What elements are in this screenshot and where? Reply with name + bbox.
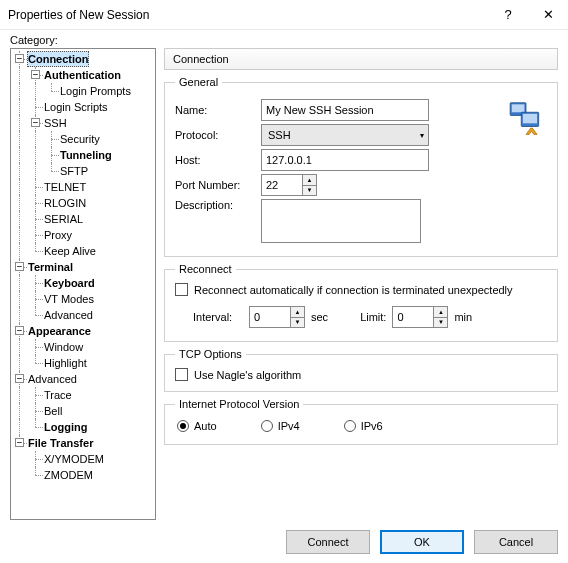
tree-item-label: Login Prompts <box>59 83 131 99</box>
tree-item-window[interactable]: Window <box>11 339 155 355</box>
tree-item-bell[interactable]: Bell <box>11 403 155 419</box>
tree-item-logging[interactable]: Logging <box>11 419 155 435</box>
interval-input[interactable] <box>250 307 290 327</box>
limit-input[interactable] <box>393 307 433 327</box>
category-tree[interactable]: −Connection−AuthenticationLogin PromptsL… <box>10 48 156 520</box>
name-input[interactable] <box>261 99 429 121</box>
tcp-group: TCP Options Use Nagle's algorithm <box>164 348 558 392</box>
tree-item-authentication[interactable]: −Authentication <box>11 67 155 83</box>
ipv6-radio[interactable]: IPv6 <box>344 420 383 432</box>
interval-unit: sec <box>311 311 328 323</box>
spin-down-icon[interactable]: ▼ <box>291 318 304 328</box>
reconnect-checkbox[interactable]: Reconnect automatically if connection is… <box>175 283 547 296</box>
protocol-combo[interactable]: SSH ▾ <box>261 124 429 146</box>
desc-textarea[interactable] <box>261 199 421 243</box>
tree-item-connection[interactable]: −Connection <box>11 51 155 67</box>
port-input[interactable] <box>262 175 302 195</box>
svg-rect-3 <box>523 114 537 124</box>
tree-item-advanced[interactable]: Advanced <box>11 307 155 323</box>
tree-item-label: Connection <box>27 51 89 67</box>
spin-up-icon[interactable]: ▲ <box>434 307 447 318</box>
collapse-icon[interactable]: − <box>31 118 40 127</box>
close-button[interactable]: ✕ <box>528 0 568 30</box>
limit-label: Limit: <box>360 311 386 323</box>
ipv-auto-label: Auto <box>194 420 217 432</box>
collapse-icon[interactable]: − <box>15 374 24 383</box>
reconnect-group: Reconnect Reconnect automatically if con… <box>164 263 558 342</box>
tree-item-label: Advanced <box>27 371 77 387</box>
nagle-checkbox[interactable]: Use Nagle's algorithm <box>175 368 547 381</box>
host-input[interactable] <box>261 149 429 171</box>
window-title: Properties of New Session <box>8 8 488 22</box>
ipv-auto-radio[interactable]: Auto <box>177 420 217 432</box>
tree-item-highlight[interactable]: Highlight <box>11 355 155 371</box>
spin-down-icon[interactable]: ▼ <box>303 186 316 196</box>
collapse-icon[interactable]: − <box>15 326 24 335</box>
tree-item-label: TELNET <box>43 179 86 195</box>
tree-item-ssh[interactable]: −SSH <box>11 115 155 131</box>
tree-item-zmodem[interactable]: ZMODEM <box>11 467 155 483</box>
tree-item-proxy[interactable]: Proxy <box>11 227 155 243</box>
limit-spinner[interactable]: ▲▼ <box>392 306 448 328</box>
cancel-button[interactable]: Cancel <box>474 530 558 554</box>
dialog-button-row: Connect OK Cancel <box>0 520 568 563</box>
tree-item-label: Keyboard <box>43 275 95 291</box>
category-label: Category: <box>0 30 568 48</box>
tree-item-advanced[interactable]: −Advanced <box>11 371 155 387</box>
tree-item-vt-modes[interactable]: VT Modes <box>11 291 155 307</box>
tree-item-label: Terminal <box>27 259 73 275</box>
help-button[interactable]: ? <box>488 0 528 30</box>
tree-item-keep-alive[interactable]: Keep Alive <box>11 243 155 259</box>
connect-button[interactable]: Connect <box>286 530 370 554</box>
spin-down-icon[interactable]: ▼ <box>434 318 447 328</box>
interval-spinner[interactable]: ▲▼ <box>249 306 305 328</box>
tree-item-label: Logging <box>43 419 87 435</box>
nagle-label: Use Nagle's algorithm <box>194 369 301 381</box>
ok-button[interactable]: OK <box>380 530 464 554</box>
collapse-icon[interactable]: − <box>15 438 24 447</box>
collapse-icon[interactable]: − <box>15 262 24 271</box>
ipv6-label: IPv6 <box>361 420 383 432</box>
reconnect-check-label: Reconnect automatically if connection is… <box>194 284 513 296</box>
tree-item-login-prompts[interactable]: Login Prompts <box>11 83 155 99</box>
name-label: Name: <box>175 104 261 116</box>
tree-item-telnet[interactable]: TELNET <box>11 179 155 195</box>
tree-item-login-scripts[interactable]: Login Scripts <box>11 99 155 115</box>
panel-title: Connection <box>173 53 229 65</box>
ipv4-radio[interactable]: IPv4 <box>261 420 300 432</box>
tree-item-rlogin[interactable]: RLOGIN <box>11 195 155 211</box>
tree-item-label: Tunneling <box>59 147 112 163</box>
tree-item-label: Authentication <box>43 67 121 83</box>
tree-item-label: Keep Alive <box>43 243 96 259</box>
chevron-down-icon: ▾ <box>420 131 424 140</box>
port-label: Port Number: <box>175 179 261 191</box>
collapse-icon[interactable]: − <box>15 54 24 63</box>
protocol-label: Protocol: <box>175 129 261 141</box>
ipv-legend: Internet Protocol Version <box>175 398 303 410</box>
tree-item-label: Security <box>59 131 100 147</box>
tree-item-label: SERIAL <box>43 211 83 227</box>
host-label: Host: <box>175 154 261 166</box>
svg-rect-1 <box>512 104 525 112</box>
tree-item-security[interactable]: Security <box>11 131 155 147</box>
tree-item-terminal[interactable]: −Terminal <box>11 259 155 275</box>
tree-item-label: Advanced <box>43 307 93 323</box>
port-spinner[interactable]: ▲▼ <box>261 174 317 196</box>
tree-item-x-ymodem[interactable]: X/YMODEM <box>11 451 155 467</box>
spin-up-icon[interactable]: ▲ <box>291 307 304 318</box>
spin-up-icon[interactable]: ▲ <box>303 175 316 186</box>
tree-item-tunneling[interactable]: Tunneling <box>11 147 155 163</box>
protocol-value: SSH <box>268 129 291 141</box>
tree-item-sftp[interactable]: SFTP <box>11 163 155 179</box>
tree-item-file-transfer[interactable]: −File Transfer <box>11 435 155 451</box>
tree-item-serial[interactable]: SERIAL <box>11 211 155 227</box>
tree-item-label: File Transfer <box>27 435 93 451</box>
limit-unit: min <box>454 311 472 323</box>
tree-item-keyboard[interactable]: Keyboard <box>11 275 155 291</box>
panel-header: Connection <box>164 48 558 70</box>
checkbox-icon <box>175 283 188 296</box>
tree-item-label: RLOGIN <box>43 195 86 211</box>
collapse-icon[interactable]: − <box>31 70 40 79</box>
tree-item-appearance[interactable]: −Appearance <box>11 323 155 339</box>
tree-item-trace[interactable]: Trace <box>11 387 155 403</box>
